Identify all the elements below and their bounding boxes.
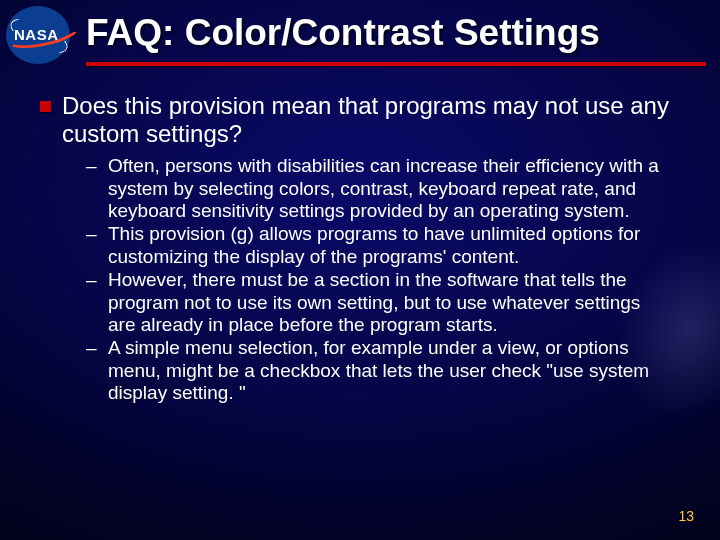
sub-item: – However, there must be a section in th… [86, 269, 670, 336]
dash-bullet-icon: – [86, 155, 97, 177]
sub-bullet-list: – Often, persons with disabilities can i… [40, 155, 680, 404]
main-question-bullet: Does this provision mean that programs m… [40, 92, 680, 147]
sub-item: – A simple menu selection, for example u… [86, 337, 670, 404]
logo-circle: NASA [6, 6, 70, 64]
dash-bullet-icon: – [86, 337, 97, 359]
slide: NASA FAQ: Color/Contrast Settings Does t… [0, 0, 720, 540]
dash-bullet-icon: – [86, 223, 97, 245]
sub-item: – Often, persons with disabilities can i… [86, 155, 670, 222]
content-area: Does this provision mean that programs m… [0, 66, 720, 405]
sub-item-text: A simple menu selection, for example und… [108, 337, 649, 403]
square-bullet-icon [40, 101, 51, 112]
sub-item-text: This provision (g) allows programs to ha… [108, 223, 640, 266]
title-underline [86, 62, 706, 66]
page-number: 13 [678, 508, 694, 524]
sub-item: – This provision (g) allows programs to … [86, 223, 670, 268]
nasa-logo: NASA [6, 6, 80, 66]
dash-bullet-icon: – [86, 269, 97, 291]
header: NASA FAQ: Color/Contrast Settings [0, 0, 720, 66]
sub-item-text: Often, persons with disabilities can inc… [108, 155, 659, 221]
main-question-text: Does this provision mean that programs m… [62, 92, 669, 147]
slide-title: FAQ: Color/Contrast Settings [86, 12, 700, 62]
sub-item-text: However, there must be a section in the … [108, 269, 640, 335]
